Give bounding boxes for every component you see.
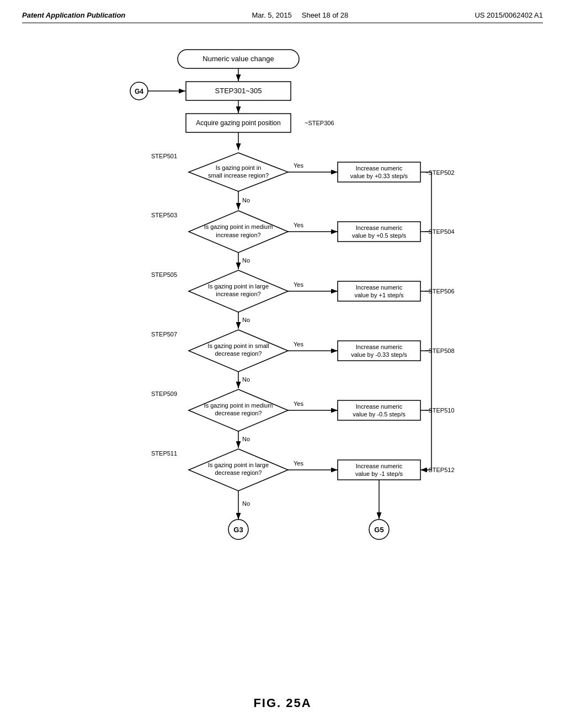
step501-label: STEP501 [151, 153, 177, 159]
start-label: Numeric value change [202, 55, 274, 63]
step508-box2: value by -0.33 step/s [351, 351, 407, 358]
step512-box2: value by -1 step/s [355, 470, 403, 477]
step507-q1: Is gazing point in small [207, 342, 269, 349]
no509: No [242, 436, 250, 442]
no503: No [242, 257, 250, 264]
step504-box1: Increase numeric [356, 224, 403, 231]
yes501: Yes [294, 162, 303, 169]
header-patent: US 2015/0062402 A1 [475, 11, 543, 19]
step502-box1: Increase numeric [356, 165, 403, 172]
g4-label: G4 [135, 88, 143, 95]
no505: No [242, 317, 250, 323]
step503-q1: Is gazing point in medium [204, 223, 273, 230]
yes503: Yes [294, 222, 303, 228]
yes509: Yes [294, 400, 303, 407]
diagram-container: Numeric value change STEP301~305 G4 Acqu… [22, 40, 543, 710]
step306-box: Acquire gazing point position [196, 119, 280, 127]
step503-label: STEP503 [151, 212, 177, 218]
step507-label: STEP507 [151, 331, 177, 338]
g5-circle: G5 [374, 526, 383, 534]
header-publication-label: Patent Application Publication [22, 11, 125, 19]
header-date-sheet: Mar. 5, 2015 Sheet 18 of 28 [252, 11, 348, 19]
step502-label: ~STEP502 [425, 169, 455, 176]
step509-label: STEP509 [151, 390, 177, 397]
step512-box1: Increase numeric [356, 463, 403, 469]
page: Patent Application Publication Mar. 5, 2… [0, 0, 565, 728]
g3-circle: G3 [233, 526, 243, 534]
step507-q2: decrease region? [215, 350, 262, 357]
step509-q2: decrease region? [215, 410, 262, 416]
step505-label: STEP505 [151, 271, 177, 278]
yes505: Yes [294, 281, 303, 288]
step509-q1: Is gazing point in medium [204, 402, 273, 409]
step501-q1: Is gazing point in [216, 164, 262, 171]
no501: No [242, 197, 250, 204]
header-sheet: Sheet 18 of 28 [302, 11, 349, 19]
step306-label: ~STEP306 [305, 120, 334, 126]
step501-q2: small increase region? [208, 172, 269, 179]
no507: No [242, 376, 250, 383]
step510-box2: value by -0.5 step/s [353, 411, 406, 417]
yes507: Yes [294, 341, 303, 347]
no511: No [242, 500, 250, 507]
flowchart-svg: Numeric value change STEP301~305 G4 Acqu… [84, 40, 481, 679]
step505-q1: Is gazing point in large [208, 283, 269, 290]
step502-box2: value by +0.33 step/s [350, 173, 408, 179]
step301-label: STEP301~305 [215, 87, 262, 95]
step504-box2: value by +0.5 step/s [352, 232, 407, 239]
step506-box1: Increase numeric [356, 284, 403, 291]
step508-box1: Increase numeric [356, 344, 403, 350]
yes511: Yes [294, 460, 303, 467]
figure-label: FIG. 25A [253, 696, 311, 710]
step511-q2: decrease region? [215, 469, 262, 476]
step506-box2: value by +1 step/s [355, 292, 404, 298]
page-header: Patent Application Publication Mar. 5, 2… [22, 11, 543, 23]
step510-box1: Increase numeric [356, 403, 403, 410]
step511-q1: Is gazing point in large [208, 462, 269, 468]
header-date: Mar. 5, 2015 [252, 11, 291, 19]
step511-label: STEP511 [151, 450, 177, 457]
step505-q2: increase region? [216, 291, 260, 297]
step503-q2: increase region? [216, 232, 260, 238]
